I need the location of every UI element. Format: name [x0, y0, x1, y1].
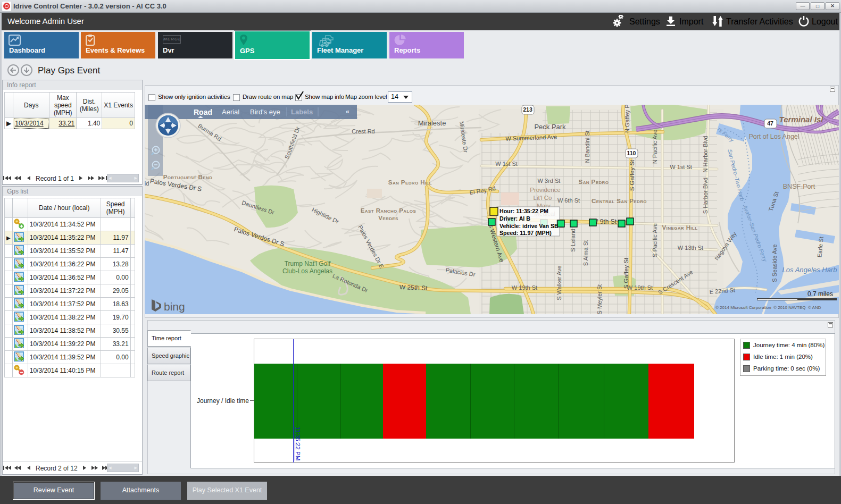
svg-text:W 6th St: W 6th St — [557, 197, 580, 204]
svg-text:Club-Los Angelas: Club-Los Angelas — [282, 267, 332, 275]
svg-text:N Harbor Blvd: N Harbor Blvd — [702, 136, 709, 172]
svg-text:N Bandini St: N Bandini St — [584, 130, 590, 163]
svg-text:Vinegar Hill: Vinegar Hill — [662, 224, 697, 231]
svg-text:id: id — [145, 180, 149, 187]
svg-text:S Seaside Ave: S Seaside Ave — [771, 244, 778, 282]
svg-text:S Pacific Ave: S Pacific Ave — [652, 223, 658, 257]
svg-text:Trump Nat'l Golf: Trump Nat'l Golf — [285, 260, 331, 267]
svg-text:Miraleste: Miraleste — [418, 119, 446, 127]
svg-text:Terminal Isl: Terminal Isl — [779, 115, 824, 124]
svg-text:W 1st St: W 1st St — [495, 161, 518, 167]
svg-text:bing: bing — [164, 300, 185, 313]
svg-text:Los Angeles Harb: Los Angeles Harb — [782, 266, 837, 274]
svg-text:Portuguese Bend: Portuguese Bend — [163, 174, 213, 180]
svg-text:Lit'l Co: Lit'l Co — [534, 195, 552, 201]
svg-text:BNSF-Port: BNSF-Port — [783, 183, 815, 190]
svg-text:Bird's eye: Bird's eye — [250, 108, 280, 116]
svg-text:W 19th St: W 19th St — [512, 284, 537, 291]
svg-text:Peck Park: Peck Park — [534, 123, 566, 131]
svg-text:Vehicle: idrive Van SB: Vehicle: idrive Van SB — [499, 223, 559, 229]
svg-text:© 2014 Microsoft Corporation: © 2014 Microsoft Corporation © 2010 NAVT… — [715, 305, 821, 310]
svg-text:San Pedro Hill: San Pedro Hill — [388, 179, 432, 186]
svg-text:Aerial: Aerial — [222, 108, 239, 116]
svg-text:S Gaffey St: S Gaffey St — [629, 159, 635, 191]
svg-text:Central San Pedro: Central San Pedro — [592, 198, 647, 204]
svg-text:Speed: 11.97 (MPH): Speed: 11.97 (MPH) — [499, 230, 552, 236]
svg-text:S Leland: S Leland — [570, 229, 576, 251]
svg-text:Crest Rd: Crest Rd — [352, 128, 374, 135]
svg-text:Road: Road — [194, 108, 212, 116]
svg-text:110: 110 — [627, 150, 636, 156]
svg-text:213: 213 — [523, 106, 532, 113]
svg-text:«: « — [346, 108, 349, 115]
svg-text:0.7 miles: 0.7 miles — [807, 290, 833, 298]
svg-text:47: 47 — [767, 120, 773, 127]
svg-text:N Gaffey Pl: N Gaffey Pl — [624, 105, 630, 133]
svg-text:W 1st St: W 1st St — [670, 164, 692, 170]
svg-text:Verdes: Verdes — [378, 215, 398, 221]
svg-text:W 25th St: W 25th St — [399, 283, 428, 292]
svg-text:Providence: Providence — [530, 187, 561, 193]
svg-text:W 13th St: W 13th St — [678, 245, 703, 251]
svg-text:Hour: 11:35:22 PM: Hour: 11:35:22 PM — [499, 208, 548, 214]
svg-text:S Gaffey St: S Gaffey St — [623, 257, 629, 289]
svg-text:N Pacific Ave: N Pacific Ave — [652, 130, 658, 164]
svg-text:S Walker Ave: S Walker Ave — [556, 265, 562, 300]
svg-text:Labels: Labels — [291, 108, 313, 116]
svg-text:Driver: Al B: Driver: Al B — [499, 215, 530, 222]
svg-text:W 3rd St: W 3rd St — [538, 178, 561, 184]
svg-text:S Meyler St: S Meyler St — [596, 284, 603, 314]
svg-text:W 19th St: W 19th St — [627, 284, 653, 291]
svg-text:S Harbor Blvd: S Harbor Blvd — [702, 178, 709, 214]
svg-text:San Pedro: San Pedro — [579, 179, 609, 185]
svg-text:S Alma St: S Alma St — [582, 240, 589, 266]
svg-text:East Rancho Palos: East Rancho Palos — [361, 207, 417, 214]
svg-text:Port of Los Angel: Port of Los Angel — [748, 133, 799, 140]
